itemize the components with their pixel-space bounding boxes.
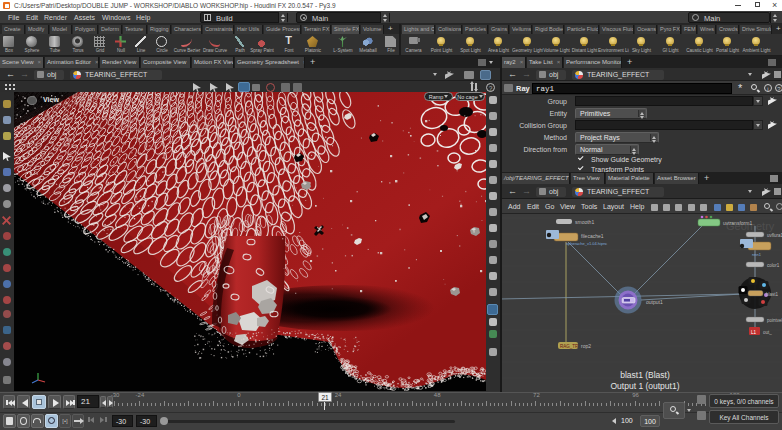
- svg-text:out_: out_: [763, 330, 772, 335]
- svg-text:spherache_v1.04.hipnc: spherache_v1.04.hipnc: [566, 241, 607, 246]
- svg-text:color1: color1: [767, 263, 780, 268]
- svg-text:uvflura1: uvflura1: [767, 233, 782, 238]
- svg-text:rop2: rop2: [581, 343, 591, 349]
- svg-text:blast1 (Blast): blast1 (Blast): [620, 370, 670, 380]
- svg-text:uvtransform1: uvtransform1: [723, 220, 752, 226]
- svg-text:pointvel: pointvel: [767, 318, 782, 323]
- svg-text:filecache1: filecache1: [581, 233, 604, 239]
- svg-text:L1: L1: [751, 330, 757, 335]
- svg-text:nnn1: nnn1: [752, 252, 762, 257]
- svg-text:output1: output1: [646, 299, 663, 305]
- svg-text:Output 1 (output1): Output 1 (output1): [611, 381, 680, 391]
- svg-text:RAG_TR: RAG_TR: [560, 344, 579, 349]
- svg-text:smooth1: smooth1: [575, 219, 594, 225]
- svg-text:blast1: blast1: [766, 292, 779, 297]
